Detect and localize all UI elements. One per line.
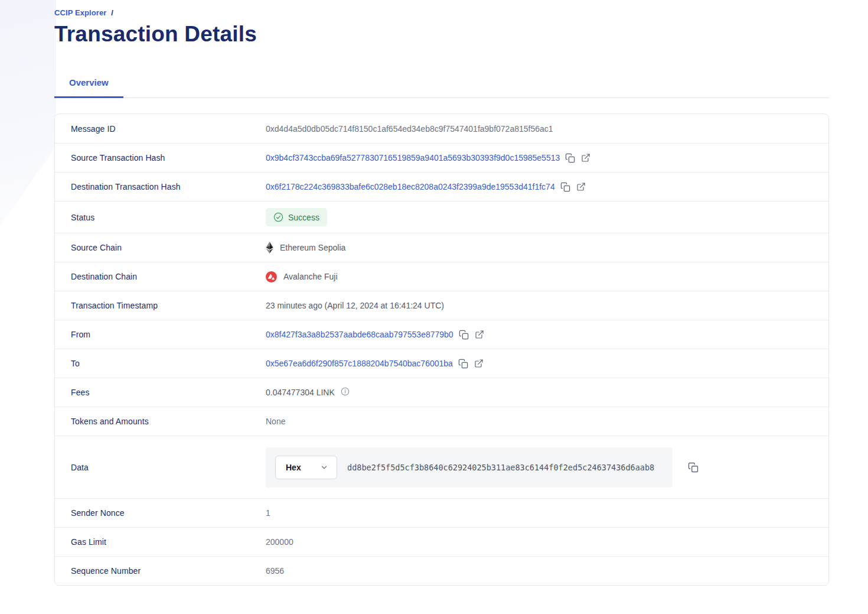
row-label: Sender Nonce xyxy=(71,508,266,518)
row-gas-limit: Gas Limit 200000 xyxy=(55,527,828,556)
row-sender-nonce: Sender Nonce 1 xyxy=(55,498,828,527)
avalanche-icon xyxy=(266,271,277,282)
row-label: From xyxy=(71,330,266,339)
row-label: Message ID xyxy=(71,124,266,134)
fees-value: 0.047477304 LINK xyxy=(266,388,335,397)
copy-icon xyxy=(688,462,699,473)
source-tx-hash-link[interactable]: 0x9b4cf3743ccba69fa5277830716519859a9401… xyxy=(266,153,560,163)
fees-info-button[interactable] xyxy=(341,387,350,398)
dest-chain-label: Avalanche Fuji xyxy=(283,272,338,281)
row-sequence-number: Sequence Number 6956 xyxy=(55,556,828,585)
source-chain-value: Ethereum Sepolia xyxy=(266,242,345,254)
row-fees: Fees 0.047477304 LINK xyxy=(55,378,828,407)
row-from: From 0x8f427f3a3a8b2537aabde68caab797553… xyxy=(55,320,828,349)
tab-bar: Overview xyxy=(54,72,829,98)
external-link-icon xyxy=(475,330,484,339)
data-format-select[interactable]: Hex xyxy=(275,456,337,479)
row-message-id: Message ID 0xd4d4a5d0db05dc714f8150c1af6… xyxy=(55,114,828,143)
external-link-icon xyxy=(581,153,590,163)
copy-icon xyxy=(565,153,575,163)
row-dest-tx-hash: Destination Transaction Hash 0x6f2178c22… xyxy=(55,172,828,201)
external-link-button[interactable] xyxy=(576,181,586,192)
external-link-icon xyxy=(576,182,586,191)
transaction-details-page: CCIP Explorer / Transaction Details Over… xyxy=(0,0,868,609)
row-label: Transaction Timestamp xyxy=(71,301,266,310)
row-data: Data Hex dd8be2f5f5d5cf3b8640c62924025b3… xyxy=(55,436,828,498)
from-address-link[interactable]: 0x8f427f3a3a8b2537aabde68caab797553e8779… xyxy=(266,330,453,339)
source-chain-label: Ethereum Sepolia xyxy=(280,243,345,252)
row-timestamp: Transaction Timestamp 23 minutes ago (Ap… xyxy=(55,291,828,320)
copy-button[interactable] xyxy=(458,329,469,340)
timestamp-value: 23 minutes ago (April 12, 2024 at 16:41:… xyxy=(266,301,444,310)
copy-button[interactable] xyxy=(564,152,576,164)
row-status: Status Success xyxy=(55,201,828,233)
external-link-button[interactable] xyxy=(474,329,485,340)
message-id-value: 0xd4d4a5d0db05dc714f8150c1af654ed34eb8c9… xyxy=(266,124,553,134)
copy-icon xyxy=(459,330,469,340)
status-badge-label: Success xyxy=(288,213,319,222)
row-label: Source Transaction Hash xyxy=(71,153,266,163)
tokens-value: None xyxy=(266,417,285,426)
ethereum-icon xyxy=(266,242,273,254)
external-link-icon xyxy=(474,359,484,368)
dest-chain-value: Avalanche Fuji xyxy=(266,271,338,282)
row-label: Destination Transaction Hash xyxy=(71,182,266,191)
info-icon xyxy=(341,387,350,398)
sequence-number-value: 6956 xyxy=(266,566,284,576)
row-label: To xyxy=(71,359,266,368)
row-tokens: Tokens and Amounts None xyxy=(55,407,828,436)
page-title: Transaction Details xyxy=(54,22,829,47)
transaction-details-card: Message ID 0xd4d4a5d0db05dc714f8150c1af6… xyxy=(54,113,829,586)
breadcrumb-link-ccip-explorer[interactable]: CCIP Explorer xyxy=(54,8,106,17)
row-dest-chain: Destination Chain Avalanche Fuji xyxy=(55,262,828,291)
row-label: Status xyxy=(71,213,266,222)
copy-button[interactable] xyxy=(687,462,699,473)
copy-icon xyxy=(458,359,468,369)
dest-tx-hash-link[interactable]: 0x6f2178c224c369833bafe6c028eb18ec8208a0… xyxy=(266,182,555,191)
sender-nonce-value: 1 xyxy=(266,508,270,518)
data-format-selected: Hex xyxy=(286,463,301,472)
copy-icon xyxy=(560,182,570,192)
copy-button[interactable] xyxy=(560,181,571,193)
row-label: Gas Limit xyxy=(71,537,266,547)
row-label: Destination Chain xyxy=(71,272,266,281)
breadcrumb-separator: / xyxy=(111,8,113,17)
to-address-link[interactable]: 0x5e67ea6d6f290f857c1888204b7540bac76001… xyxy=(266,359,453,368)
row-label: Tokens and Amounts xyxy=(71,417,266,426)
breadcrumb: CCIP Explorer / xyxy=(54,8,829,17)
tab-overview[interactable]: Overview xyxy=(54,72,123,98)
external-link-button[interactable] xyxy=(580,152,591,163)
gas-limit-value: 200000 xyxy=(266,537,293,547)
check-circle-icon xyxy=(273,212,283,222)
row-label: Source Chain xyxy=(71,243,266,252)
copy-button[interactable] xyxy=(458,358,469,369)
data-box: Hex dd8be2f5f5d5cf3b8640c62924025b311ae8… xyxy=(266,447,673,488)
row-to: To 0x5e67ea6d6f290f857c1888204b7540bac76… xyxy=(55,349,828,378)
row-source-tx-hash: Source Transaction Hash 0x9b4cf3743ccba6… xyxy=(55,143,828,172)
row-label: Fees xyxy=(71,388,266,397)
chevron-down-icon xyxy=(320,463,328,472)
status-badge: Success xyxy=(266,208,327,226)
data-hex-value: dd8be2f5f5d5cf3b8640c62924025b311ae83c61… xyxy=(347,463,654,472)
row-label: Sequence Number xyxy=(71,566,266,576)
row-label: Data xyxy=(71,463,266,472)
external-link-button[interactable] xyxy=(474,358,484,369)
row-source-chain: Source Chain Ethereum Sepolia xyxy=(55,233,828,262)
